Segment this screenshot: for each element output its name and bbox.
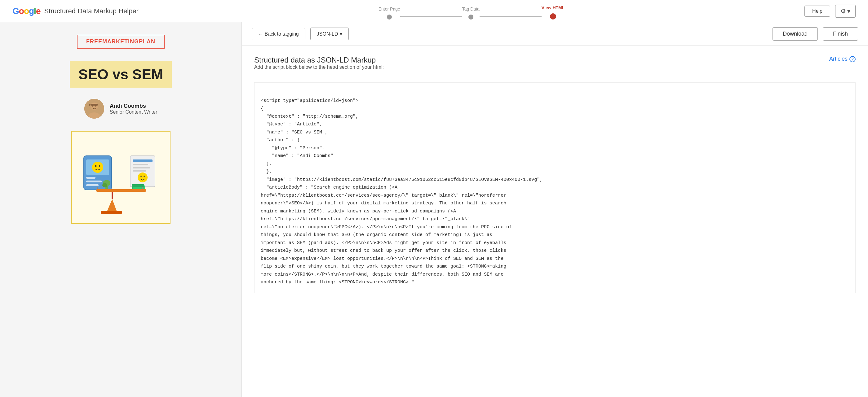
svg-point-24 (141, 175, 142, 177)
author-avatar-image (84, 99, 104, 119)
left-panel: FREEMARKETINGPLAN SEO vs SEM (0, 22, 242, 397)
step-connector-1 (400, 16, 462, 18)
svg-point-23 (137, 172, 148, 183)
step-tag-data-dot (468, 14, 473, 20)
author-area: Andi Coombs Senior Content Writer (84, 99, 157, 119)
svg-point-13 (95, 165, 96, 167)
main-area: FREEMARKETINGPLAN SEO vs SEM (0, 22, 868, 397)
svg-rect-9 (86, 177, 95, 179)
svg-rect-20 (133, 164, 148, 165)
promo-badge: FREEMARKETINGPLAN (77, 35, 165, 48)
steps-area: Enter Page Tag Data View HTML (378, 3, 565, 20)
add-script-text: Add the script block below to the head s… (254, 64, 384, 70)
step-connector-2 (479, 16, 541, 18)
step-view-html-dot (550, 13, 556, 20)
settings-icon: ⚙ (840, 7, 846, 15)
svg-rect-19 (133, 160, 153, 162)
svg-marker-31 (107, 199, 117, 211)
articles-link[interactable]: Articles ? (829, 56, 856, 62)
article-title: SEO vs SEM (70, 61, 172, 88)
content-area: Structured data as JSON-LD Markup Add th… (242, 46, 868, 397)
svg-rect-6 (89, 104, 91, 106)
step-enter-page-dot (387, 14, 392, 20)
articles-help-icon: ? (849, 56, 856, 62)
svg-rect-28 (132, 184, 144, 187)
step-enter-page-label: Enter Page (378, 6, 400, 11)
google-logo: Google (12, 6, 40, 16)
author-avatar (84, 99, 104, 119)
step-tag-data-label: Tag Data (462, 6, 479, 11)
google-l: l (34, 6, 36, 16)
code-block: <script type="application/ld+json"> { "@… (254, 82, 856, 293)
google-g: G (12, 6, 19, 16)
step-view-html-label: View HTML (541, 5, 564, 10)
svg-rect-5 (91, 104, 98, 106)
toolbar-left: ← Back to tagging JSON-LD ▾ (252, 28, 349, 40)
google-o2: o (24, 6, 29, 16)
articles-label: Articles (829, 56, 847, 62)
settings-chevron: ▾ (847, 7, 850, 15)
content-header: Structured data as JSON-LD Markup Add th… (254, 56, 856, 77)
svg-point-25 (144, 175, 145, 177)
google-o1: o (19, 6, 24, 16)
svg-rect-10 (86, 180, 102, 183)
svg-point-12 (92, 162, 103, 173)
svg-point-14 (99, 165, 100, 167)
json-ld-label: JSON-LD (317, 31, 338, 37)
toolbar: ← Back to tagging JSON-LD ▾ Download Fin… (242, 22, 868, 46)
google-e: e (36, 6, 41, 16)
svg-rect-21 (133, 167, 150, 168)
logo-area: Google Structured Data Markup Helper (12, 6, 138, 16)
svg-rect-32 (101, 211, 122, 214)
header-right: Help ⚙ ▾ (804, 5, 856, 18)
back-to-tagging-button[interactable]: ← Back to tagging (252, 28, 305, 40)
toolbar-right: Download Finish (773, 27, 858, 40)
step-enter-page: Enter Page (378, 6, 400, 20)
author-info: Andi Coombs Senior Content Writer (110, 103, 157, 115)
header: Google Structured Data Markup Helper Ent… (0, 0, 868, 22)
finish-button[interactable]: Finish (823, 27, 858, 40)
google-g2: g (29, 6, 34, 16)
step-tag-data: Tag Data (462, 6, 479, 20)
avatar-svg (84, 99, 104, 119)
step-view-html: View HTML (541, 5, 564, 20)
settings-button[interactable]: ⚙ ▾ (835, 5, 856, 18)
right-panel: ← Back to tagging JSON-LD ▾ Download Fin… (242, 22, 868, 397)
download-button[interactable]: Download (773, 27, 818, 40)
author-role: Senior Content Writer (110, 109, 157, 115)
structured-data-title: Structured data as JSON-LD Markup (254, 56, 384, 64)
illustration-svg (78, 137, 164, 218)
svg-point-17 (102, 183, 107, 187)
svg-rect-30 (96, 189, 146, 192)
author-name: Andi Coombs (110, 103, 157, 109)
content-header-left: Structured data as JSON-LD Markup Add th… (254, 56, 384, 77)
svg-rect-11 (86, 184, 99, 186)
svg-rect-22 (133, 170, 146, 171)
app-title: Structured Data Markup Helper (44, 7, 138, 15)
help-button[interactable]: Help (804, 6, 830, 17)
json-ld-button[interactable]: JSON-LD ▾ (310, 28, 349, 40)
illustration-box (71, 131, 170, 224)
json-ld-chevron: ▾ (340, 31, 342, 37)
